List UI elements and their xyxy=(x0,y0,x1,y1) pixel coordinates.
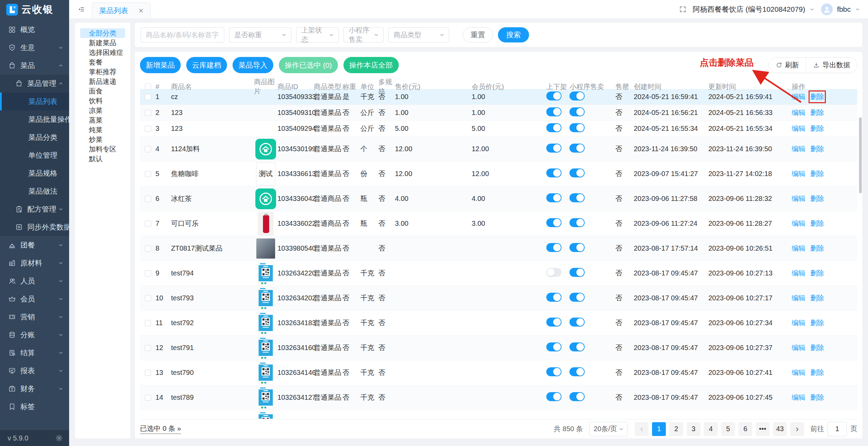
delete-link[interactable]: 删除 xyxy=(810,269,824,278)
filter-select-商品类型[interactable]: 商品类型 xyxy=(388,27,449,42)
refresh-button[interactable]: 刷新 xyxy=(769,58,806,73)
gear-icon[interactable] xyxy=(55,434,63,442)
sidebar-item-同步外卖数据[interactable]: 同步外卖数据 xyxy=(0,218,69,236)
edit-link[interactable]: 编辑 xyxy=(792,343,805,352)
updown-toggle[interactable] xyxy=(546,243,562,252)
edit-link[interactable]: 编辑 xyxy=(792,144,805,154)
fullscreen-icon[interactable] xyxy=(679,6,687,13)
close-icon[interactable]: × xyxy=(139,7,143,15)
delete-link[interactable]: 删除 xyxy=(810,124,824,133)
miniprogram-toggle[interactable] xyxy=(569,91,585,100)
category-item-炖菜[interactable]: 炖菜 xyxy=(80,125,125,135)
delete-link[interactable]: 删除 xyxy=(810,194,824,203)
delete-link[interactable]: 删除 xyxy=(810,92,824,101)
edit-link[interactable]: 编辑 xyxy=(792,244,805,253)
page-size-select[interactable]: 20条/页 xyxy=(589,422,628,436)
avatar[interactable] xyxy=(821,3,833,15)
row-checkbox[interactable] xyxy=(145,110,151,116)
edit-link[interactable]: 编辑 xyxy=(792,219,805,228)
sidebar-item-标签[interactable]: 标签 xyxy=(0,398,69,416)
delete-link[interactable]: 删除 xyxy=(810,108,824,117)
updown-toggle[interactable] xyxy=(546,144,562,153)
edit-link[interactable]: 编辑 xyxy=(792,194,805,203)
delete-link[interactable]: 删除 xyxy=(810,343,824,352)
sidebar-item-原材料[interactable]: 原材料 xyxy=(0,254,69,272)
miniprogram-toggle[interactable] xyxy=(569,268,585,277)
row-checkbox[interactable] xyxy=(145,270,151,277)
row-checkbox[interactable] xyxy=(145,171,151,177)
sidebar-item-报表[interactable]: 报表 xyxy=(0,362,69,380)
row-checkbox[interactable] xyxy=(145,370,151,376)
category-item-加料专区[interactable]: 加料专区 xyxy=(80,144,125,154)
edit-link[interactable]: 编辑 xyxy=(792,269,805,278)
row-checkbox[interactable] xyxy=(145,146,151,152)
category-item-面食[interactable]: 面食 xyxy=(80,86,125,96)
edit-link[interactable]: 编辑 xyxy=(792,169,805,178)
sidebar-item-菜品批量操作[interactable]: 菜品批量操作 xyxy=(0,110,69,128)
category-item-新品速递[interactable]: 新品速递 xyxy=(80,77,125,86)
row-checkbox[interactable] xyxy=(145,345,151,351)
miniprogram-toggle[interactable] xyxy=(569,144,585,153)
tab-dish-list[interactable]: 菜品列表 × xyxy=(92,2,151,18)
edit-link[interactable]: 编辑 xyxy=(792,318,805,328)
store-switcher[interactable]: 阿杨西餐餐饮店 (编号1020842079) xyxy=(693,4,805,14)
sidebar-item-人员[interactable]: 人员 xyxy=(0,272,69,290)
miniprogram-toggle[interactable] xyxy=(569,243,585,252)
category-item-炒菜[interactable]: 炒菜 xyxy=(80,135,125,144)
add-dish-button[interactable]: 新增菜品 xyxy=(140,57,181,73)
row-checkbox[interactable] xyxy=(145,245,151,252)
page-button-3[interactable]: 3 xyxy=(687,422,700,436)
page-button-4[interactable]: 4 xyxy=(704,422,718,436)
chevron-down-icon[interactable] xyxy=(809,7,815,12)
delete-link[interactable]: 删除 xyxy=(810,244,824,253)
miniprogram-toggle[interactable] xyxy=(569,318,585,327)
updown-toggle[interactable] xyxy=(546,193,562,202)
miniprogram-toggle[interactable] xyxy=(569,218,585,227)
edit-link[interactable]: 编辑 xyxy=(792,108,805,117)
updown-toggle[interactable] xyxy=(546,342,562,351)
search-input[interactable] xyxy=(141,27,224,42)
filter-select-是否称重[interactable]: 是否称重 xyxy=(229,27,291,42)
sidebar-item-会员[interactable]: 会员 xyxy=(0,290,69,308)
page-button-2[interactable]: 2 xyxy=(669,422,683,436)
import-dish-button[interactable]: 菜品导入 xyxy=(233,57,273,73)
page-button-1[interactable]: 1 xyxy=(652,422,666,436)
row-checkbox[interactable] xyxy=(145,94,151,100)
row-checkbox[interactable] xyxy=(145,295,151,301)
sidebar-item-菜品列表[interactable]: 菜品列表 xyxy=(0,93,69,110)
miniprogram-toggle[interactable] xyxy=(569,293,585,302)
operate-all-button[interactable]: 操作本店全部 xyxy=(343,57,399,73)
category-item-凉菜[interactable]: 凉菜 xyxy=(80,106,125,115)
row-checkbox[interactable] xyxy=(145,196,151,202)
category-item-全部分类[interactable]: 全部分类 xyxy=(80,28,125,38)
more-pages-button[interactable]: ••• xyxy=(756,422,770,436)
category-item-饮料[interactable]: 饮料 xyxy=(80,96,125,106)
sidebar-item-分账[interactable]: 分账 xyxy=(0,326,69,344)
prev-page-button[interactable]: ‹ xyxy=(635,422,649,436)
sidebar-item-菜品分类[interactable]: 菜品分类 xyxy=(0,128,69,146)
edit-link[interactable]: 编辑 xyxy=(792,124,805,133)
category-item-蒸菜[interactable]: 蒸菜 xyxy=(80,115,125,125)
sidebar-item-单位管理[interactable]: 单位管理 xyxy=(0,146,69,164)
sidebar-item-团餐[interactable]: 团餐 xyxy=(0,236,69,254)
page-button-6[interactable]: 6 xyxy=(738,422,752,436)
category-item-掌柜推荐[interactable]: 掌柜推荐 xyxy=(80,67,125,77)
sidebar-item-概览[interactable]: 概览 xyxy=(0,21,69,39)
edit-link[interactable]: 编辑 xyxy=(792,92,805,101)
scrollbar-thumb[interactable] xyxy=(859,117,862,193)
delete-link[interactable]: 删除 xyxy=(810,169,824,178)
updown-toggle[interactable] xyxy=(546,107,562,116)
next-page-button[interactable]: › xyxy=(790,422,804,436)
updown-toggle[interactable] xyxy=(546,293,562,302)
chevron-down-icon[interactable] xyxy=(855,7,860,12)
miniprogram-toggle[interactable] xyxy=(569,367,585,376)
updown-toggle[interactable] xyxy=(546,91,562,100)
updown-toggle[interactable] xyxy=(546,123,562,132)
sidebar-item-配方管理[interactable]: 配方管理 xyxy=(0,200,69,218)
miniprogram-toggle[interactable] xyxy=(569,193,585,202)
miniprogram-toggle[interactable] xyxy=(569,392,585,401)
cloud-archive-button[interactable]: 云库建档 xyxy=(186,57,227,73)
export-button[interactable]: 导出数据 xyxy=(806,58,857,73)
updown-toggle[interactable] xyxy=(546,392,562,401)
page-button-43[interactable]: 43 xyxy=(773,422,787,436)
